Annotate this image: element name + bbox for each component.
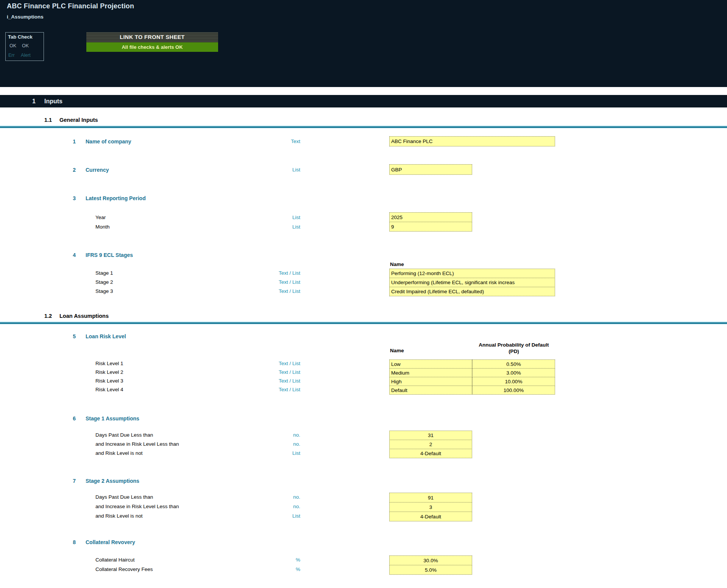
- subsection-1-1-title: General Inputs: [59, 117, 98, 123]
- item-label-stage-2-assumptions: Stage 2 Assumptions: [86, 478, 139, 484]
- row-label-days-past-due: Days Past Due Less than: [95, 494, 153, 500]
- item-label-loan-risk-level: Loan Risk Level: [86, 333, 126, 339]
- input-type-label: no.: [251, 432, 300, 438]
- input-currency[interactable]: GBP: [389, 164, 472, 175]
- input-type-label: Text / List: [251, 378, 300, 384]
- row-label-risk-level-2: Risk Level 2: [95, 369, 123, 375]
- row-label-month: Month: [95, 224, 110, 230]
- row-label-days-past-due: Days Past Due Less than: [95, 432, 153, 438]
- subsection-1-2-title: Loan Assumptions: [59, 313, 109, 319]
- section-bar-inputs: 1 Inputs: [0, 95, 727, 107]
- subsection-divider: [0, 322, 727, 324]
- subsection-1-2-number: 1.2: [44, 313, 52, 319]
- input-type-label: List: [251, 167, 300, 173]
- tab-check-panel: Tab Check OK OK Err Alert: [5, 32, 44, 61]
- input-type-label: %: [251, 566, 300, 572]
- row-label-collateral-recovery-fees: Collateral Recovery Fees: [95, 566, 153, 572]
- app-header: ABC Finance PLC Financial Projection i_A…: [0, 0, 727, 87]
- input-type-label: no.: [251, 504, 300, 509]
- tab-check-ok-1: OK: [9, 43, 16, 48]
- item-number: 3: [67, 195, 76, 201]
- item-label-latest-reporting-period: Latest Reporting Period: [86, 195, 146, 201]
- item-number: 4: [67, 252, 76, 258]
- sheet-name: i_Assumptions: [7, 14, 44, 20]
- row-label-stage-2: Stage 2: [95, 279, 113, 285]
- input-risk-1-pd[interactable]: 0.50%: [472, 359, 555, 369]
- tab-check-title: Tab Check: [8, 34, 33, 40]
- input-risk-2-pd[interactable]: 3.00%: [472, 368, 555, 377]
- row-label-risk-level-3: Risk Level 3: [95, 378, 123, 384]
- item-label-ifrs9-ecl-stages: IFRS 9 ECL Stages: [86, 252, 133, 258]
- input-type-label: no.: [251, 441, 300, 447]
- input-year[interactable]: 2025: [389, 212, 472, 222]
- row-label-increase-risk-level: and Increase in Risk Level Less than: [95, 441, 179, 447]
- input-collateral-haircut[interactable]: 30.0%: [389, 555, 472, 565]
- row-label-risk-level-1: Risk Level 1: [95, 361, 123, 366]
- column-header-name: Name: [390, 348, 404, 353]
- item-number: 7: [67, 478, 76, 484]
- input-stage-2-name[interactable]: Underperforming (Lifetime ECL, significa…: [389, 278, 555, 287]
- input-stage1-risk-level-not[interactable]: 4-Default: [389, 449, 472, 458]
- input-risk-1-name[interactable]: Low: [389, 359, 472, 369]
- input-stage-3-name[interactable]: Credit Impaired (Lifetime ECL, defaulted…: [389, 287, 555, 296]
- section-number: 1: [32, 95, 36, 107]
- input-risk-4-name[interactable]: Default: [389, 386, 472, 395]
- tab-check-err-label: Err: [8, 53, 15, 58]
- input-type-label: Text / List: [251, 387, 300, 392]
- column-header-name: Name: [390, 261, 404, 267]
- input-stage1-risk-increase[interactable]: 2: [389, 440, 472, 449]
- input-type-label: List: [251, 513, 300, 519]
- tab-check-ok-2: OK: [22, 43, 29, 48]
- row-label-risk-level-is-not: and Risk Level is not: [95, 513, 143, 519]
- row-label-stage-1: Stage 1: [95, 270, 113, 276]
- item-number: 2: [67, 167, 76, 173]
- input-type-label: Text / List: [251, 369, 300, 375]
- input-stage-1-name[interactable]: Performing (12-month ECL): [389, 269, 555, 278]
- input-stage1-days-past-due[interactable]: 31: [389, 431, 472, 440]
- tab-check-alert-label: Alert: [21, 53, 31, 58]
- row-label-risk-level-is-not: and Risk Level is not: [95, 450, 143, 456]
- input-company-name[interactable]: ABC Finance PLC: [389, 136, 555, 146]
- item-number: 8: [67, 539, 76, 545]
- column-header-annual-pd: Annual Probability of Default (PD): [478, 342, 550, 355]
- row-label-stage-3: Stage 3: [95, 288, 113, 294]
- input-stage2-risk-level-not[interactable]: 4-Default: [389, 512, 472, 521]
- row-label-increase-risk-level: and Increase in Risk Level Less than: [95, 504, 179, 509]
- item-number: 5: [67, 333, 76, 339]
- link-to-front-sheet-button[interactable]: LINK TO FRONT SHEET: [86, 32, 218, 42]
- item-number: 1: [67, 138, 76, 145]
- item-label-stage-1-assumptions: Stage 1 Assumptions: [86, 415, 139, 422]
- input-type-label: Text / List: [251, 270, 300, 276]
- input-risk-3-pd[interactable]: 10.00%: [472, 377, 555, 386]
- input-type-label: %: [251, 557, 300, 563]
- input-stage2-risk-increase[interactable]: 3: [389, 502, 472, 512]
- input-risk-2-name[interactable]: Medium: [389, 368, 472, 377]
- file-checks-status-banner: All file checks & alerts OK: [86, 42, 218, 52]
- section-title: Inputs: [44, 95, 62, 107]
- input-month[interactable]: 9: [389, 222, 472, 232]
- input-type-label: Text / List: [251, 288, 300, 294]
- input-type-label: List: [251, 450, 300, 456]
- input-risk-4-pd[interactable]: 100.00%: [472, 386, 555, 395]
- input-type-label: Text / List: [251, 279, 300, 285]
- item-number: 6: [67, 415, 76, 422]
- input-type-label: Text / List: [251, 361, 300, 366]
- input-risk-3-name[interactable]: High: [389, 377, 472, 386]
- row-label-year: Year: [95, 215, 106, 220]
- input-type-label: Text: [251, 138, 300, 144]
- page-title: ABC Finance PLC Financial Projection: [7, 2, 134, 10]
- input-type-label: no.: [251, 494, 300, 500]
- row-label-collateral-haircut: Collateral Haircut: [95, 557, 135, 563]
- subsection-divider: [0, 126, 727, 128]
- item-label-currency: Currency: [86, 167, 109, 173]
- item-label-name-of-company: Name of company: [86, 138, 131, 145]
- input-stage2-days-past-due[interactable]: 91: [389, 493, 472, 502]
- item-label-collateral-recovery: Collateral Revovery: [86, 539, 135, 545]
- input-type-label: List: [251, 224, 300, 230]
- subsection-1-1-number: 1.1: [44, 117, 52, 123]
- row-label-risk-level-4: Risk Level 4: [95, 387, 123, 392]
- input-collateral-recovery-fees[interactable]: 5.0%: [389, 565, 472, 575]
- input-type-label: List: [251, 215, 300, 220]
